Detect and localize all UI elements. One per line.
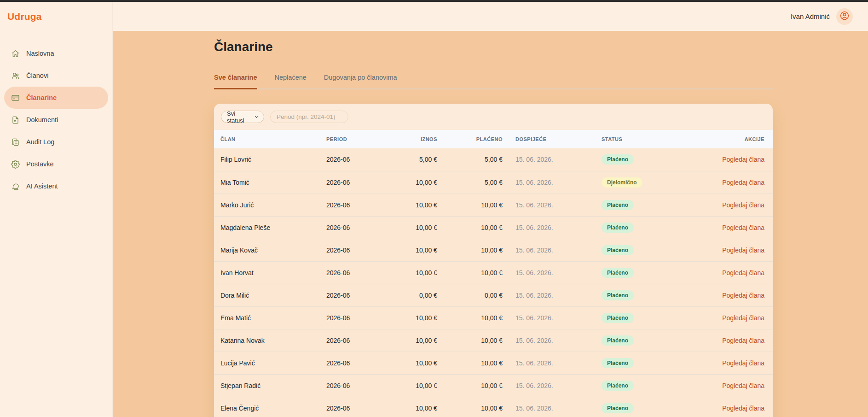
view-member-link[interactable]: Pogledaj člana [722,247,764,254]
paid-cell: 5,00 € [439,148,503,171]
status-badge: Plaćeno [602,290,634,300]
clipboard-icon [11,138,20,147]
paid-cell: 10,00 € [439,216,503,239]
sidebar-item-label: Članarine [26,94,57,101]
status-badge: Plaćeno [602,403,634,413]
card-icon [11,94,20,102]
table-row: Marija Kovač2026-0610,00 €10,00 €15. 06.… [214,239,773,261]
actions-cell: Pogledaj člana [678,306,773,329]
sidebar-item-label: Članovi [26,72,48,79]
member-name-cell: Stjepan Radić [214,374,322,397]
paid-cell: 10,00 € [439,194,503,216]
period-filter-input[interactable] [270,111,348,123]
tab-dugovanja-po-lanovima[interactable]: Dugovanja po članovima [324,74,397,89]
sidebar-item-dokumenti[interactable]: Dokumenti [4,109,108,131]
sidebar-item--lanarine[interactable]: Članarine [4,87,108,109]
amount-cell: 10,00 € [395,171,439,194]
chat-icon [11,182,20,191]
period-cell: 2026-06 [322,171,395,194]
status-cell: Plaćeno [591,216,678,239]
actions-cell: Pogledaj člana [678,284,773,306]
view-member-link[interactable]: Pogledaj člana [722,269,764,276]
member-name-cell: Elena Čengić [214,397,322,417]
table-row: Ema Matić2026-0610,00 €10,00 €15. 06. 20… [214,306,773,329]
actions-cell: Pogledaj člana [678,352,773,374]
status-cell: Plaćeno [591,352,678,374]
paid-cell: 10,00 € [439,261,503,284]
user-avatar-button[interactable] [836,8,853,25]
member-name-cell: Filip Lovrić [214,148,322,171]
view-member-link[interactable]: Pogledaj člana [722,179,764,186]
view-member-link[interactable]: Pogledaj člana [722,314,764,322]
amount-cell: 10,00 € [395,352,439,374]
sidebar-item-label: Dokumenti [26,116,58,123]
table-row: Marko Jurić2026-0610,00 €10,00 €15. 06. … [214,194,773,216]
member-name-cell: Ema Matić [214,306,322,329]
users-icon [11,71,20,80]
amount-cell: 10,00 € [395,397,439,417]
status-badge: Plaćeno [602,154,634,164]
view-member-link[interactable]: Pogledaj člana [722,201,764,209]
period-cell: 2026-06 [322,329,395,352]
table-header-row: ČlanPeriodIznosPlaćenoDospijećeStatusAkc… [214,130,773,148]
view-member-link[interactable]: Pogledaj člana [722,224,764,231]
chevron-down-icon [254,114,259,119]
column-header-period: Period [322,130,395,148]
status-cell: Plaćeno [591,397,678,417]
view-member-link[interactable]: Pogledaj člana [722,337,764,344]
table-row: Magdalena Pleše2026-0610,00 €10,00 €15. … [214,216,773,239]
sidebar-item-naslovna[interactable]: Naslovna [4,42,108,65]
due-date-cell: 15. 06. 2026. [503,397,591,417]
sidebar-item-label: Audit Log [26,138,54,146]
table-row: Lucija Pavić2026-0610,00 €10,00 €15. 06.… [214,352,773,374]
tab-sve-lanarine[interactable]: Sve članarine [214,74,257,89]
member-name-cell: Magdalena Pleše [214,216,322,239]
due-date-cell: 15. 06. 2026. [503,148,591,171]
status-badge: Plaćeno [602,381,634,391]
status-badge: Plaćeno [602,223,634,233]
status-cell: Plaćeno [591,374,678,397]
column-header-iznos: Iznos [395,130,439,148]
due-date-cell: 15. 06. 2026. [503,194,591,216]
member-name-cell: Dora Milić [214,284,322,306]
sidebar-item--lanovi[interactable]: Članovi [4,65,108,87]
tab-nepla-ene[interactable]: Neplaćene [275,74,307,89]
due-date-cell: 15. 06. 2026. [503,284,591,306]
view-member-link[interactable]: Pogledaj člana [722,156,764,163]
actions-cell: Pogledaj člana [678,216,773,239]
table-row: Mia Tomić2026-0610,00 €5,00 €15. 06. 202… [214,171,773,194]
sidebar-item-audit-log[interactable]: Audit Log [4,131,108,153]
amount-cell: 10,00 € [395,329,439,352]
view-member-link[interactable]: Pogledaj člana [722,382,764,389]
paid-cell: 10,00 € [439,397,503,417]
view-member-link[interactable]: Pogledaj člana [722,405,764,412]
sidebar-item-postavke[interactable]: Postavke [4,153,108,175]
period-cell: 2026-06 [322,284,395,306]
status-cell: Plaćeno [591,284,678,306]
view-member-link[interactable]: Pogledaj člana [722,359,764,367]
window-top-edge [0,0,868,2]
actions-cell: Pogledaj člana [678,261,773,284]
brand-logo[interactable]: Udruga [7,11,112,22]
sidebar-item-ai-asistent[interactable]: AI Asistent [4,175,108,197]
table-row: Filip Lovrić2026-065,00 €5,00 €15. 06. 2… [214,148,773,171]
tab-bar: Sve članarineNeplaćeneDugovanja po člano… [214,74,773,89]
due-date-cell: 15. 06. 2026. [503,374,591,397]
paid-cell: 10,00 € [439,239,503,261]
due-date-cell: 15. 06. 2026. [503,306,591,329]
main-content: Članarine Sve članarineNeplaćeneDugovanj… [113,31,868,417]
amount-cell: 10,00 € [395,374,439,397]
table-row: Katarina Novak2026-0610,00 €10,00 €15. 0… [214,329,773,352]
status-badge: Plaćeno [602,245,634,255]
status-filter-select[interactable]: Svi statusi [221,111,264,123]
status-badge: Plaćeno [602,358,634,368]
table-row: Dora Milić2026-060,00 €0,00 €15. 06. 202… [214,284,773,306]
view-member-link[interactable]: Pogledaj člana [722,292,764,299]
sidebar-item-label: Postavke [26,160,54,168]
sidebar-nav: NaslovnaČlanoviČlanarineDokumentiAudit L… [0,42,112,197]
actions-cell: Pogledaj člana [678,171,773,194]
due-date-cell: 15. 06. 2026. [503,171,591,194]
paid-cell: 0,00 € [439,284,503,306]
status-cell: Plaćeno [591,261,678,284]
period-cell: 2026-06 [322,148,395,171]
